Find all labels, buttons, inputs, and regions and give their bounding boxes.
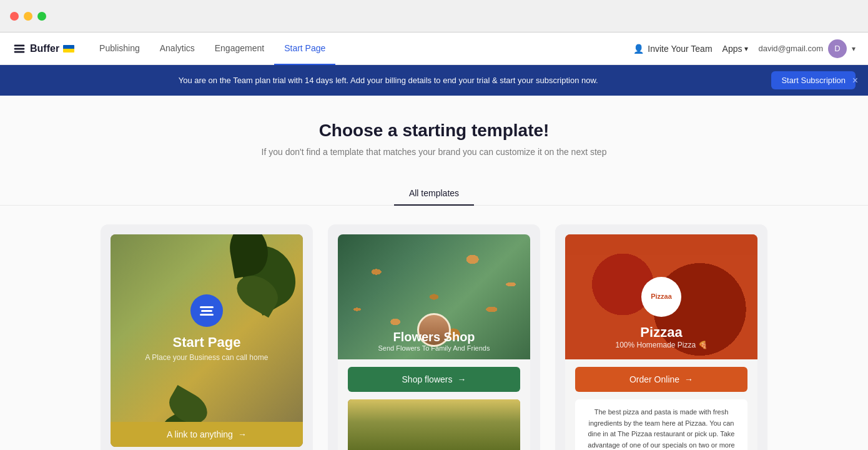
nav-analytics[interactable]: Analytics bbox=[150, 32, 205, 65]
arrow-right-icon: → bbox=[457, 374, 466, 384]
start-subscription-button[interactable]: Start Subscription bbox=[771, 71, 856, 89]
maximize-button[interactable] bbox=[37, 12, 46, 21]
pizza-logo-circle: Pizzaa bbox=[641, 277, 681, 317]
nav-engagement[interactable]: Engagement bbox=[205, 32, 274, 65]
arrow-right-icon: → bbox=[684, 374, 693, 384]
pizza-name: Pizzaa bbox=[565, 324, 757, 341]
nav-start-page[interactable]: Start Page bbox=[274, 32, 335, 65]
minimize-button[interactable] bbox=[24, 12, 32, 21]
flowers-subtitle: Send Flowers To Family And Friends bbox=[338, 344, 530, 352]
apps-button[interactable]: Apps ▾ bbox=[723, 44, 749, 54]
invite-team-label: Invite Your Team bbox=[648, 44, 712, 54]
main-content: Choose a starting template! If you don't… bbox=[0, 96, 868, 450]
window-chrome bbox=[0, 0, 868, 32]
flowers-title: Flowers Shop bbox=[338, 330, 530, 344]
buffer-logo-icon bbox=[12, 42, 26, 56]
svg-rect-1 bbox=[14, 48, 25, 49]
user-menu-chevron-icon: ▾ bbox=[852, 44, 856, 53]
florist-image bbox=[348, 399, 520, 450]
page-title: Choose a starting template! bbox=[12, 121, 856, 141]
stack-line-2 bbox=[201, 310, 212, 312]
shop-flowers-button[interactable]: Shop flowers → bbox=[348, 367, 520, 392]
user-info: david@gmail.com D ▾ bbox=[758, 39, 856, 58]
invite-team-button[interactable]: 👤 Invite Your Team bbox=[633, 44, 712, 54]
flowers-preview: Flowers Shop Send Flowers To Family And … bbox=[338, 234, 530, 450]
traffic-lights bbox=[10, 12, 46, 21]
banner-close-icon[interactable]: × bbox=[852, 75, 858, 86]
traveler-description: It doesn't matter who you are or what yo… bbox=[111, 447, 303, 450]
traveler-title: Start Page bbox=[173, 334, 241, 351]
logo: Buffer bbox=[12, 42, 74, 56]
tabs-bar: All templates bbox=[0, 182, 868, 206]
apps-label: Apps bbox=[723, 44, 742, 54]
nav-links: Publishing Analytics Engagement Start Pa… bbox=[89, 32, 618, 64]
traveler-leaves-decoration bbox=[111, 234, 303, 422]
nav-right: 👤 Invite Your Team Apps ▾ david@gmail.co… bbox=[633, 39, 856, 58]
avatar[interactable]: D bbox=[828, 39, 847, 58]
flowers-info: Flowers Shop Send Flowers To Family And … bbox=[338, 330, 530, 352]
nav-publishing[interactable]: Publishing bbox=[89, 32, 150, 65]
buffer-stack-icon bbox=[200, 306, 214, 316]
pizza-logo-text: Pizzaa bbox=[651, 292, 672, 301]
pizza-top: Pizzaa Pizzaa 100% Homemade Pizza 🍕 bbox=[565, 234, 757, 359]
template-card-pizza[interactable]: Pizzaa Pizzaa 100% Homemade Pizza 🍕 Orde… bbox=[555, 224, 767, 450]
logo-text: Buffer bbox=[30, 43, 59, 54]
chevron-down-icon: ▾ bbox=[744, 44, 748, 53]
page-header: Choose a starting template! If you don't… bbox=[0, 96, 868, 169]
traveler-subtitle: A Place your Business can call home bbox=[145, 353, 269, 362]
template-card-traveler[interactable]: Start Page A Place your Business can cal… bbox=[101, 224, 313, 450]
traveler-background: Start Page A Place your Business can cal… bbox=[111, 234, 303, 422]
pizza-tagline: 100% Homemade Pizza 🍕 bbox=[565, 341, 757, 349]
template-card-flowers[interactable]: Flowers Shop Send Flowers To Family And … bbox=[328, 224, 540, 450]
florist-visual bbox=[348, 399, 520, 450]
templates-grid: Start Page A Place your Business can cal… bbox=[0, 206, 868, 450]
pizza-description: The best pizza and pasta is made with fr… bbox=[575, 399, 747, 450]
svg-rect-2 bbox=[14, 51, 25, 52]
tab-all-templates[interactable]: All templates bbox=[394, 182, 474, 206]
pizza-main-content: Pizzaa 100% Homemade Pizza 🍕 bbox=[565, 324, 757, 349]
page-subtitle: If you don't find a template that matche… bbox=[12, 147, 856, 157]
arrow-right-icon: → bbox=[238, 429, 247, 439]
traveler-link-button[interactable]: A link to anything → bbox=[111, 422, 303, 447]
svg-rect-0 bbox=[14, 44, 25, 46]
person-icon: 👤 bbox=[633, 44, 644, 54]
stack-line-1 bbox=[200, 306, 214, 308]
top-nav: Buffer Publishing Analytics Engagement S… bbox=[0, 32, 868, 65]
pizza-preview: Pizzaa Pizzaa 100% Homemade Pizza 🍕 Orde… bbox=[565, 234, 757, 450]
stack-line-3 bbox=[200, 314, 214, 316]
close-button[interactable] bbox=[10, 12, 19, 21]
flowers-top: Flowers Shop Send Flowers To Family And … bbox=[338, 234, 530, 359]
user-email: david@gmail.com bbox=[758, 44, 823, 53]
banner-text: You are on the Team plan trial with 14 d… bbox=[12, 76, 764, 85]
trial-banner: You are on the Team plan trial with 14 d… bbox=[0, 65, 868, 96]
order-online-button[interactable]: Order Online → bbox=[575, 367, 747, 392]
traveler-preview: Start Page A Place your Business can cal… bbox=[111, 234, 303, 447]
buffer-icon-circle bbox=[190, 294, 223, 327]
ukraine-flag bbox=[63, 45, 74, 52]
app-container: Buffer Publishing Analytics Engagement S… bbox=[0, 32, 868, 450]
